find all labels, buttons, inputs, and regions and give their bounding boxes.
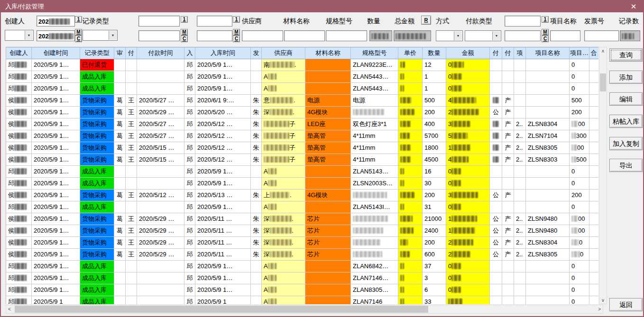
cell[interactable]: A (262, 284, 305, 296)
cell[interactable] (351, 237, 398, 249)
table-row[interactable]: 侯2020/5/9 1…货物采购葛王2020/5/29 …邱2020/5/11 … (6, 213, 598, 225)
cell[interactable]: 邱 (184, 225, 195, 237)
column-header[interactable]: 单价 (398, 47, 423, 59)
cell[interactable] (398, 166, 423, 178)
invoice-input[interactable] (584, 30, 619, 41)
scroll-down-icon[interactable]: ∨ (599, 298, 607, 303)
cell[interactable]: 邱 (6, 71, 32, 83)
cell[interactable]: 2.. (514, 154, 526, 166)
cell[interactable]: 0 (446, 83, 490, 95)
cell[interactable] (490, 272, 502, 284)
query-button[interactable]: 查询 (609, 48, 643, 62)
cell[interactable]: 2020/5/9 1… (32, 225, 80, 237)
add-button[interactable]: 添加 (609, 71, 643, 84)
cell[interactable] (526, 166, 570, 178)
cell[interactable]: 2020/5/29 … (137, 237, 184, 249)
table-row[interactable]: 侯2020/5/9 1…货物采购葛王2020/5/15 …邱2020/5/12 … (6, 154, 598, 166)
cell[interactable] (514, 178, 526, 190)
cell[interactable] (589, 142, 598, 154)
column-header[interactable]: 材料名称 (305, 47, 351, 59)
cell[interactable] (502, 166, 514, 178)
cell[interactable]: 成品入库 (80, 296, 114, 304)
cell[interactable]: 2020/5/9 1… (32, 95, 80, 107)
cell[interactable] (398, 95, 423, 107)
scroll-left-icon[interactable]: < (8, 307, 11, 312)
cell[interactable] (251, 59, 262, 71)
cell[interactable]: 2020/5/27 … (137, 118, 184, 130)
cell[interactable] (305, 261, 351, 272)
cell[interactable] (589, 107, 598, 118)
cell[interactable]: 公 (490, 249, 502, 261)
cell[interactable]: 邱 (6, 284, 32, 296)
cell[interactable] (589, 59, 598, 71)
table-row[interactable]: 侯2020/5/9 1…货物采购葛王2020/5/27 …邱2020/5/12 … (6, 118, 598, 130)
cell[interactable]: 葛 (114, 118, 126, 130)
cell[interactable]: 产 (502, 107, 514, 118)
cell[interactable] (114, 166, 126, 178)
cell[interactable]: 成品入库 (80, 261, 114, 272)
table-row[interactable]: 侯2020/5/9 1…货物采购葛王2020/5/29 …邱2020/5/11 … (6, 237, 598, 249)
cell[interactable]: 邱 (6, 296, 32, 304)
cell[interactable]: 王 (126, 95, 137, 107)
table-row[interactable]: 侯2020/5/9 1…货物采购葛王2020/5/12 …邱2020/5/13 … (6, 190, 598, 201)
cell[interactable] (137, 296, 184, 304)
cell[interactable]: 葛 (114, 225, 126, 237)
cell[interactable]: 2 (446, 237, 490, 249)
cell[interactable]: 2020/5/9 1… (195, 83, 251, 95)
cell[interactable] (398, 142, 423, 154)
cell[interactable]: 200 (570, 107, 589, 118)
paste-in-button[interactable]: 粘帖入库 (609, 115, 643, 128)
cell[interactable]: 王 (126, 107, 137, 118)
cell[interactable]: 产 (502, 130, 514, 142)
cell[interactable] (398, 118, 423, 130)
cell[interactable]: 0 (446, 284, 490, 296)
column-header[interactable]: 付 (126, 47, 137, 59)
column-header[interactable]: 入 (184, 47, 195, 59)
cell[interactable]: 葛 (114, 130, 126, 142)
cell[interactable]: ZLAN5443… (351, 83, 398, 95)
cell[interactable] (126, 166, 137, 178)
table-row[interactable]: 邱2020/5/9 1…成品入库邱2020/5/9 1…AZLAN5143I…3… (6, 201, 598, 213)
cell[interactable]: 产 (502, 154, 514, 166)
cell[interactable] (398, 296, 423, 304)
cell[interactable] (502, 71, 514, 83)
cell[interactable]: 4*11mm (351, 142, 398, 154)
table-row[interactable]: 邱2020/5/9 1…成品入库邱2020/5/9 1…AZLAN5443…10… (6, 71, 598, 83)
cell[interactable] (490, 83, 502, 95)
cell[interactable]: ZLAN7146 (351, 296, 398, 304)
cell[interactable]: 2020/5/9 1… (32, 154, 80, 166)
cell[interactable]: 00 (570, 225, 589, 237)
cell[interactable] (137, 166, 184, 178)
cell[interactable] (589, 71, 598, 83)
cell[interactable]: 邱 (6, 166, 32, 178)
cell[interactable]: 4 (446, 95, 490, 107)
cell[interactable]: ZLSN7104 (526, 130, 570, 142)
cell[interactable]: 2020/5/9 1… (32, 118, 80, 130)
cell[interactable] (589, 83, 598, 95)
cell[interactable] (589, 272, 598, 284)
cell[interactable]: 2020/5/9 1… (195, 71, 251, 83)
cell[interactable]: 2.. (514, 237, 526, 249)
cell[interactable]: 侯 (6, 142, 32, 154)
cell[interactable]: ZLSN9480 (526, 225, 570, 237)
cell[interactable]: 2020/5/9 1… (32, 71, 80, 83)
cell[interactable]: 2.. (514, 213, 526, 225)
cell[interactable] (114, 83, 126, 95)
cell[interactable]: 侯 (6, 249, 32, 261)
cell[interactable] (126, 71, 137, 83)
table-row[interactable]: 侯2020/5/9 1…货物采购葛王2020/5/29 …邱2020/5/11 … (6, 225, 598, 237)
cell[interactable]: 2020/5/9 1… (32, 83, 80, 95)
cell[interactable]: 2020/5/9 1… (32, 107, 80, 118)
mini-c-button[interactable]: C (542, 36, 549, 42)
method-combobox[interactable]: ▼ (436, 30, 463, 41)
cell[interactable]: 王 (126, 190, 137, 201)
cell[interactable]: 2020/5/9 1… (32, 201, 80, 213)
table-row[interactable]: 邱2020/5/9 1…成品入库邱2020/5/9 1…AZLAN6842…37… (6, 261, 598, 272)
cell[interactable]: ZLSN2003S… (351, 178, 398, 190)
cell[interactable]: 2 (446, 107, 490, 118)
cell[interactable] (589, 261, 598, 272)
filter-input[interactable] (138, 30, 180, 41)
cell[interactable]: 邱 (184, 201, 195, 213)
cell[interactable] (490, 261, 502, 272)
cell[interactable]: 垫高管 (305, 130, 351, 142)
